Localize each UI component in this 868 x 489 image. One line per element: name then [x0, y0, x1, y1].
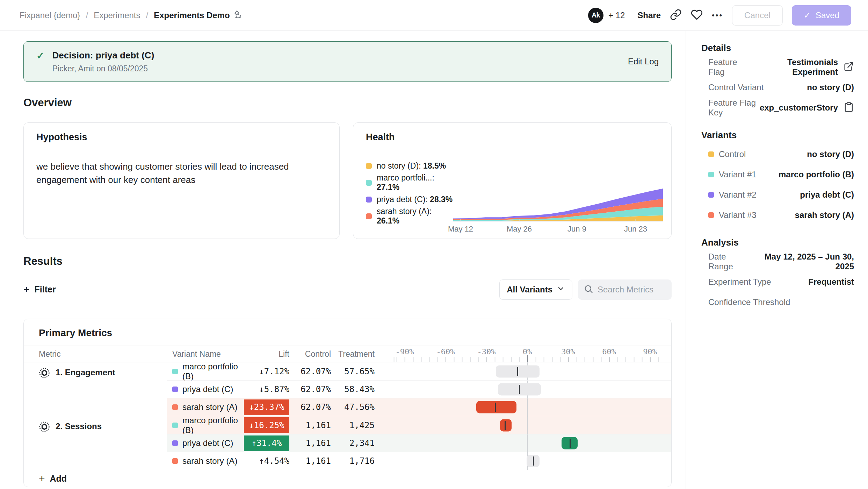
axis-tick-label: 90% — [643, 347, 657, 356]
sidebar-section-analysis: AnalysisDate RangeMay 12, 2025 – Jun 30,… — [701, 237, 854, 312]
x-tick-label: May 26 — [507, 225, 532, 234]
sidebar-row: Feature FlagTestimonials Experiment — [701, 57, 854, 77]
metric-group: 2. Sessionsmarco portfolio (B)↓16.25%1,1… — [24, 416, 671, 470]
decision-banner: ✓ Decision: priya debt (C) Picker, Amit … — [23, 41, 672, 82]
decision-check-icon: ✓ — [36, 50, 44, 62]
legend-swatch — [366, 213, 372, 219]
ci-plot-cell — [391, 452, 664, 470]
collaborators-count[interactable]: + 12 — [608, 10, 625, 20]
sidebar-row: Feature Flag Keyexp_customerStory — [701, 98, 854, 118]
variants-dropdown[interactable]: All Variants — [499, 279, 572, 300]
metric-group: 1. Engagementmarco portfolio (B)↓7.12%62… — [24, 362, 671, 416]
ci-plot-cell — [391, 381, 664, 398]
primary-metrics-title: Primary Metrics — [24, 319, 671, 346]
treatment-value: 47.56% — [333, 402, 377, 412]
hypothesis-text: we believe that showing customer stories… — [24, 150, 331, 196]
legend-swatch — [366, 163, 372, 169]
ci-midline — [533, 456, 534, 466]
sidebar-row-value[interactable]: Testimonials Experiment — [751, 57, 838, 77]
stacked-area-chart — [453, 183, 663, 222]
legend-item: priya debt (C): 28.3% — [366, 194, 453, 205]
lift-cell: ↓23.37% — [244, 398, 289, 416]
chart-x-axis: May 12May 26Jun 9Jun 23 — [453, 222, 663, 234]
variant-swatch — [708, 192, 714, 198]
metric-name[interactable]: 2. Sessions — [56, 420, 102, 431]
lift-cell: ↓16.25% — [244, 416, 289, 434]
ci-midline — [505, 421, 506, 430]
metric-cell: 2. Sessions — [24, 416, 167, 470]
col-control: Control — [289, 346, 333, 362]
cancel-button[interactable]: Cancel — [732, 5, 783, 26]
add-filter-button[interactable]: + Filter — [23, 284, 56, 296]
lift-badge: ↑31.4% — [244, 435, 289, 451]
sidebar-section-heading: Variants — [701, 130, 854, 141]
table-row: marco portfolio (B)↓7.12%62.07%57.65% — [167, 362, 671, 380]
sidebar-row-value: no story (D) — [807, 83, 854, 92]
copy-link-icon[interactable] — [670, 9, 682, 22]
avatar[interactable]: Ak — [588, 8, 603, 23]
sidebar-row: Variant #3sarah story (A) — [701, 205, 854, 225]
breadcrumb-experiments[interactable]: Experiments — [94, 10, 140, 20]
search-metrics-box[interactable] — [578, 279, 672, 300]
ci-midline — [495, 403, 496, 412]
ci-plot-cell — [391, 362, 664, 380]
plus-icon: + — [23, 284, 30, 296]
axis-ruler — [391, 357, 664, 362]
control-value: 1,161 — [289, 438, 333, 448]
variant-cell: priya debt (C) — [167, 384, 244, 394]
primary-metrics-card: Primary Metrics Metric Variant Name Lift… — [23, 319, 672, 487]
chevron-down-icon — [557, 284, 565, 295]
treatment-value: 1,716 — [333, 456, 377, 466]
sidebar-row-label: Variant #1 — [719, 170, 757, 179]
axis-tick-label: 0% — [523, 347, 532, 356]
sidebar-row-value: sarah story (A) — [795, 210, 854, 220]
health-title: Health — [353, 123, 671, 150]
external-link-icon[interactable] — [838, 61, 854, 73]
variant-cell: sarah story (A) — [167, 402, 244, 412]
sidebar-row: Confidence Threshold — [701, 292, 854, 312]
sidebar-row-label: Feature Flag Key — [708, 98, 760, 118]
share-button[interactable]: Share — [637, 10, 661, 20]
lift-badge: ↓23.37% — [244, 399, 289, 415]
details-sidebar: DetailsFeature FlagTestimonials Experime… — [686, 31, 868, 489]
table-header: Metric Variant Name Lift Control Treatme… — [24, 346, 671, 362]
lift-cell: ↓7.12% — [244, 362, 289, 380]
sidebar-row-label: Control Variant — [708, 83, 764, 92]
table-body: 1. Engagementmarco portfolio (B)↓7.12%62… — [24, 362, 671, 470]
main-content: ✓ Decision: priya debt (C) Picker, Amit … — [0, 31, 686, 489]
ci-plot-cell — [391, 398, 664, 416]
variant-name: sarah story (A) — [182, 456, 237, 466]
axis-tick-label: 60% — [602, 347, 616, 356]
more-menu-button[interactable]: ••• — [712, 11, 723, 20]
variant-swatch — [172, 369, 178, 374]
health-chart: May 12May 26Jun 9Jun 23 — [453, 161, 663, 234]
saved-button[interactable]: ✓ Saved — [792, 5, 851, 26]
variant-name: marco portfolio (B) — [182, 416, 244, 435]
clipboard-icon[interactable] — [838, 102, 854, 114]
ci-midline — [570, 439, 571, 448]
metric-rows: marco portfolio (B)↓7.12%62.07%57.65%pri… — [167, 362, 671, 416]
sidebar-row-label: Control — [719, 149, 746, 159]
sidebar-row-value: exp_customerStory — [760, 103, 838, 113]
variant-swatch — [172, 404, 178, 410]
edit-log-link[interactable]: Edit Log — [628, 57, 659, 66]
sidebar-row: Experiment TypeFrequentist — [701, 272, 854, 292]
metric-rows: marco portfolio (B)↓16.25%1,1611,425priy… — [167, 416, 671, 470]
sidebar-row: Control Variantno story (D) — [701, 77, 854, 98]
axis-tick-label: 30% — [561, 347, 575, 356]
variant-swatch — [708, 172, 714, 177]
treatment-value: 58.43% — [333, 384, 377, 394]
breadcrumb-separator: / — [146, 10, 149, 20]
decision-title: Decision: priya debt (C) — [52, 49, 154, 61]
breadcrumb-current[interactable]: Experiments Demo — [154, 10, 242, 21]
results-heading: Results — [23, 255, 672, 268]
sidebar-row-label: Date Range — [708, 252, 750, 271]
add-metric-button[interactable]: + Add — [24, 470, 671, 487]
breadcrumb-project[interactable]: Fixpanel {demo} — [20, 10, 80, 20]
search-metrics-input[interactable] — [598, 285, 664, 295]
legend-label: sarah story (A): 26.1% — [377, 207, 453, 226]
metric-name[interactable]: 1. Engagement — [56, 367, 115, 377]
check-icon: ✓ — [804, 10, 811, 20]
favorite-heart-icon[interactable] — [691, 9, 703, 22]
sidebar-section-variants: VariantsControlno story (D)Variant #1mar… — [701, 130, 854, 225]
